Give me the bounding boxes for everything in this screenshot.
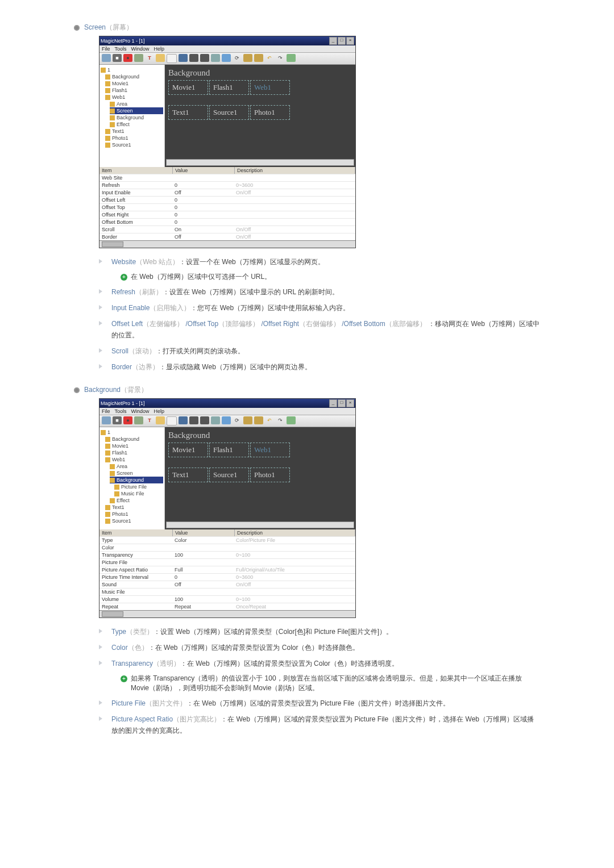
tool-icon[interactable] [102,54,111,62]
table-row[interactable]: Offset Left0 [99,196,355,203]
tile-text[interactable]: Text1 [168,105,208,120]
max-icon[interactable]: □ [338,37,346,45]
prop-value[interactable]: Color [172,537,234,544]
tree-item[interactable]: Text1 [105,504,163,511]
prop-value[interactable]: Repeat [172,603,234,610]
tool-icon[interactable]: T [145,54,154,62]
h-scrollbar[interactable] [166,521,354,528]
tree-item[interactable]: 1 [101,66,163,73]
close-icon[interactable]: × [346,37,354,45]
tool-icon[interactable] [222,416,231,424]
tool-icon[interactable]: ↶ [265,416,274,424]
tree-item[interactable]: Flash1 [105,449,163,456]
tool-icon[interactable] [134,416,143,424]
tool-icon[interactable] [254,416,263,424]
tool-icon[interactable] [200,54,209,62]
tree-item[interactable]: Movie1 [105,80,163,87]
tool-icon[interactable] [156,416,165,424]
tool-icon[interactable] [243,416,252,424]
tree-item[interactable]: Picture File [114,483,163,490]
tool-icon[interactable] [287,416,296,424]
tree-item[interactable]: Effect [110,121,163,128]
menu-item[interactable]: File [102,46,110,52]
min-icon[interactable]: _ [329,399,337,407]
tile-photo[interactable]: Photo1 [250,105,290,120]
tool-icon[interactable]: ⟳ [233,54,242,62]
tree-item[interactable]: Web1 [105,456,163,463]
tool-icon[interactable]: ■ [113,54,122,62]
prop-value[interactable]: 0 [172,197,234,203]
tool-icon[interactable]: ↶ [265,54,274,62]
prop-value[interactable]: Off [172,233,234,240]
tool-icon[interactable] [167,416,177,425]
tool-icon[interactable]: ● [123,54,132,62]
tree-item[interactable]: Photo1 [105,511,163,518]
tool-icon[interactable] [179,54,188,62]
menu-item[interactable]: Window [131,46,150,52]
table-row[interactable]: Color [99,544,355,551]
tile-movie[interactable]: Movie1 [168,443,208,457]
tool-icon[interactable] [243,54,252,62]
close-icon[interactable]: × [346,399,354,407]
prop-value[interactable]: 100 [172,552,234,558]
prop-value[interactable]: Full [172,566,234,573]
tree-item[interactable]: Screen [110,107,163,114]
tree-item[interactable]: Background [105,73,163,80]
table-row[interactable]: Music File [99,588,355,595]
tree-item[interactable]: Background [110,114,163,121]
tool-icon[interactable] [189,416,198,424]
tool-icon[interactable] [102,416,111,424]
table-row[interactable]: Web Site [99,174,355,181]
prop-value[interactable] [172,559,234,566]
menu-item[interactable]: File [102,408,110,414]
prop-value[interactable]: 0 [172,211,234,218]
tree-item[interactable]: Music File [114,490,163,497]
tree-item[interactable]: Source1 [105,141,163,148]
table-row[interactable]: BorderOffOn/Off [99,233,355,240]
tool-icon[interactable] [167,54,177,63]
tile-source[interactable]: Source1 [209,105,249,120]
tool-icon[interactable] [211,54,220,62]
tree-item[interactable]: 1 [101,429,163,436]
min-icon[interactable]: _ [329,37,337,45]
menu-item[interactable]: Tools [115,408,127,414]
prop-value[interactable]: 0 [172,219,234,226]
tree-item[interactable]: Screen [110,470,163,477]
tool-icon[interactable] [200,416,209,424]
tree-item[interactable]: Background [110,477,163,483]
table-row[interactable]: Picture Time Interval00~3600 [99,573,355,581]
table-row[interactable]: Refresh00~3600 [99,181,355,189]
prop-value[interactable]: On [172,226,234,233]
tree-item[interactable]: Effect [110,497,163,504]
tile-web[interactable]: Web1 [250,443,290,457]
tile-text[interactable]: Text1 [168,468,208,482]
tree-item[interactable]: Text1 [105,128,163,135]
menu-item[interactable]: Help [154,46,165,52]
tile-web[interactable]: Web1 [250,80,290,95]
tile-movie[interactable]: Movie1 [168,80,208,95]
prop-value[interactable]: Off [172,581,234,588]
table-row[interactable]: SoundOffOn/Off [99,581,355,588]
tree-item[interactable]: Area [110,463,163,470]
tool-icon[interactable] [189,54,198,62]
table-row[interactable]: TypeColorColor/Picture File [99,536,355,544]
menu-item[interactable]: Help [154,408,165,414]
menu-item[interactable]: Window [131,408,150,414]
menu-item[interactable]: Tools [115,46,127,52]
tool-icon[interactable] [287,54,296,62]
table-row[interactable]: Picture Aspect RatioFullFull/Original/Au… [99,566,355,573]
tool-icon[interactable]: ■ [113,416,122,424]
max-icon[interactable]: □ [338,399,346,407]
tile-photo[interactable]: Photo1 [250,468,290,482]
prop-value[interactable]: 0 [172,182,234,189]
tool-icon[interactable]: ⟳ [233,416,242,424]
tree-item[interactable]: Photo1 [105,135,163,141]
prop-value[interactable]: Off [172,189,234,196]
prop-value[interactable] [172,544,234,551]
table-row[interactable]: Picture File [99,558,355,566]
prop-value[interactable]: 0 [172,574,234,581]
prop-value[interactable]: 0 [172,204,234,211]
tree-item[interactable]: Background [105,436,163,443]
table-row[interactable]: Offset Top0 [99,203,355,211]
tree-item[interactable]: Movie1 [105,443,163,449]
